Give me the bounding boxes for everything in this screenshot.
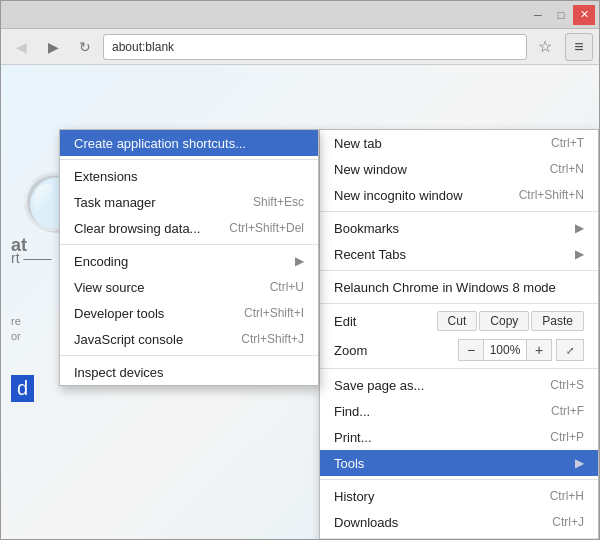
maximize-button[interactable]: □ [550,5,572,25]
menu-shortcut: Shift+Esc [253,195,304,209]
menu-label: New incognito window [334,188,463,203]
edit-label: Edit [334,314,356,329]
bookmark-star-button[interactable]: ☆ [531,33,559,61]
menu-item-print[interactable]: Print... Ctrl+P [320,424,598,450]
menu-shortcut: Ctrl+Shift+N [519,188,584,202]
cut-button[interactable]: Cut [437,311,478,331]
title-bar: ─ □ ✕ [1,1,599,29]
address-bar[interactable]: about:blank [103,34,527,60]
menu-item-recent-tabs[interactable]: Recent Tabs ▶ [320,241,598,267]
submenu-item-task-manager[interactable]: Task manager Shift+Esc [60,189,318,215]
menu-label: Print... [334,430,372,445]
forward-button[interactable]: ▶ [39,33,67,61]
submenu-item-encoding[interactable]: Encoding ▶ [60,248,318,274]
menu-shortcut: Ctrl+Shift+J [241,332,304,346]
close-button[interactable]: ✕ [573,5,595,25]
page-text-rt: rt —— [11,250,51,266]
menu-label: Create application shortcuts... [74,136,246,151]
back-button[interactable]: ◀ [7,33,35,61]
submenu-item-inspect-devices[interactable]: Inspect devices [60,359,318,385]
copy-button[interactable]: Copy [479,311,529,331]
menu-item-relaunch[interactable]: Relaunch Chrome in Windows 8 mode [320,274,598,300]
submenu-item-create-shortcuts[interactable]: Create application shortcuts... [60,130,318,156]
menu-shortcut: Ctrl+H [550,489,584,503]
menu-label: New tab [334,136,382,151]
menu-label: Recent Tabs [334,247,406,262]
arrow-icon: ▶ [295,254,304,268]
submenu-sep-3 [60,355,318,356]
paste-button[interactable]: Paste [531,311,584,331]
chrome-menu[interactable]: New tab Ctrl+T New window Ctrl+N New inc… [319,129,599,539]
zoom-value: 100% [484,339,526,361]
menu-shortcut: Ctrl+Shift+Del [229,221,304,235]
submenu-item-clear-browsing[interactable]: Clear browsing data... Ctrl+Shift+Del [60,215,318,241]
menu-item-bookmarks[interactable]: Bookmarks ▶ [320,215,598,241]
menu-label: History [334,489,374,504]
page-text-1: re [11,315,21,327]
menu-shortcut: Ctrl+F [551,404,584,418]
menu-item-downloads[interactable]: Downloads Ctrl+J [320,509,598,535]
menu-item-save-page[interactable]: Save page as... Ctrl+S [320,372,598,398]
menu-item-history[interactable]: History Ctrl+H [320,483,598,509]
arrow-icon: ▶ [575,456,584,470]
submenu-item-javascript-console[interactable]: JavaScript console Ctrl+Shift+J [60,326,318,352]
submenu-item-developer-tools[interactable]: Developer tools Ctrl+Shift+I [60,300,318,326]
toolbar: ◀ ▶ ↻ about:blank ☆ ≡ [1,29,599,65]
refresh-button[interactable]: ↻ [71,33,99,61]
page-content: 🔍 at rt —— re or d SIoan New ta [1,65,599,539]
menu-shortcut: Ctrl+N [550,162,584,176]
menu-label: JavaScript console [74,332,183,347]
menu-label: Task manager [74,195,156,210]
menu-label: Developer tools [74,306,164,321]
menu-sep-2 [320,270,598,271]
submenu-item-extensions[interactable]: Extensions [60,163,318,189]
menu-shortcut: Ctrl+P [550,430,584,444]
menu-label: Inspect devices [74,365,164,380]
toolbar-right: ☆ ≡ [531,33,593,61]
menu-item-find[interactable]: Find... Ctrl+F [320,398,598,424]
zoom-fullscreen-button[interactable]: ⤢ [556,339,584,361]
zoom-in-button[interactable]: + [526,339,552,361]
menu-shortcut: Ctrl+J [552,515,584,529]
menu-sep-1 [320,211,598,212]
menu-item-new-window[interactable]: New window Ctrl+N [320,156,598,182]
menu-shortcut: Ctrl+U [270,280,304,294]
arrow-icon: ▶ [575,247,584,261]
menu-edit-row: Edit Cut Copy Paste [320,307,598,335]
menu-label: Extensions [74,169,138,184]
menu-item-tools[interactable]: Tools ▶ [320,450,598,476]
menu-label: View source [74,280,145,295]
menu-label: Relaunch Chrome in Windows 8 mode [334,280,556,295]
menu-zoom-row: Zoom − 100% + ⤢ [320,335,598,365]
menu-item-new-tab[interactable]: New tab Ctrl+T [320,130,598,156]
page-text-2: or [11,330,21,342]
browser-window: ─ □ ✕ ◀ ▶ ↻ about:blank ☆ ≡ 🔍 [0,0,600,540]
menu-label: Clear browsing data... [74,221,200,236]
menu-label: Tools [334,456,364,471]
menu-shortcut: Ctrl+S [550,378,584,392]
submenu-sep-2 [60,244,318,245]
submenu-sep-1 [60,159,318,160]
menu-label: Encoding [74,254,128,269]
menu-label: New window [334,162,407,177]
tools-submenu[interactable]: Create application shortcuts... Extensio… [59,129,319,386]
menu-label: Find... [334,404,370,419]
edit-buttons: Cut Copy Paste [437,311,584,331]
minimize-button[interactable]: ─ [527,5,549,25]
menu-sep-6 [320,538,598,539]
menu-label: Save page as... [334,378,424,393]
menu-sep-5 [320,479,598,480]
menu-label: Downloads [334,515,398,530]
submenu-item-view-source[interactable]: View source Ctrl+U [60,274,318,300]
arrow-icon: ▶ [575,221,584,235]
menu-shortcut: Ctrl+Shift+I [244,306,304,320]
menu-label: Bookmarks [334,221,399,236]
zoom-out-button[interactable]: − [458,339,484,361]
chrome-menu-button[interactable]: ≡ [565,33,593,61]
zoom-label: Zoom [334,343,367,358]
address-text: about:blank [112,40,174,54]
menu-shortcut: Ctrl+T [551,136,584,150]
menu-sep-4 [320,368,598,369]
menu-sep-3 [320,303,598,304]
menu-item-new-incognito[interactable]: New incognito window Ctrl+Shift+N [320,182,598,208]
